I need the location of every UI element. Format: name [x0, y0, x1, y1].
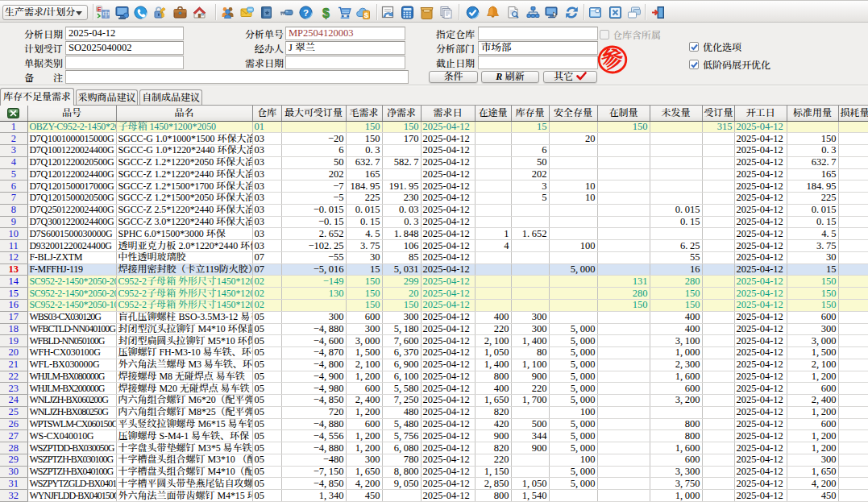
- svg-text:E: E: [98, 6, 102, 13]
- svg-text:中: 中: [102, 10, 110, 19]
- svg-text:?: ?: [303, 8, 309, 18]
- svg-text:$: $: [322, 6, 330, 19]
- svg-text:$: $: [364, 10, 369, 19]
